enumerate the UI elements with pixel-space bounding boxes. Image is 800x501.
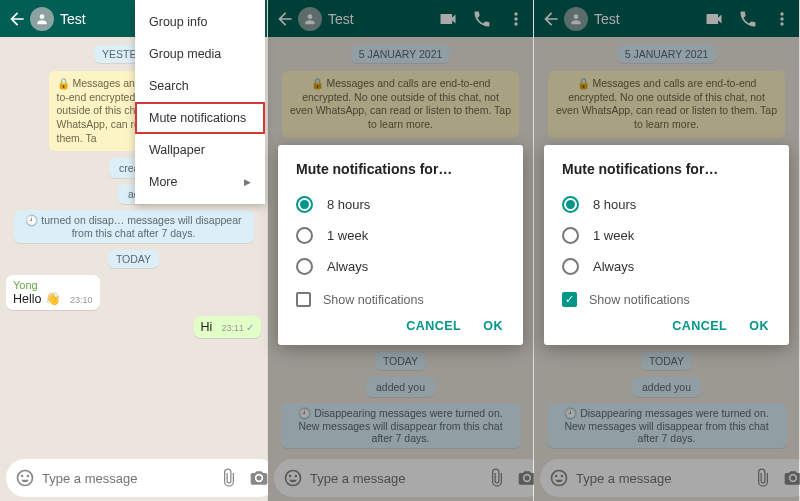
radio-1week[interactable]: 1 week (562, 220, 771, 251)
cancel-button[interactable]: CANCEL (406, 319, 461, 333)
radio-icon (296, 227, 313, 244)
system-disappearing: 🕘 turned on disap… messages will disappe… (14, 210, 254, 243)
attach-icon[interactable] (218, 467, 240, 489)
menu-group-media[interactable]: Group media (135, 38, 265, 70)
mute-dialog: Mute notifications for… 8 hours 1 week A… (544, 145, 789, 345)
message-input-container[interactable] (6, 459, 278, 497)
message-body: Hi (201, 320, 213, 334)
input-bar (0, 455, 267, 501)
radio-icon (562, 258, 579, 275)
date-divider-today: TODAY (108, 250, 159, 268)
emoji-icon[interactable] (14, 467, 36, 489)
menu-more[interactable]: More▶ (135, 166, 265, 198)
camera-icon[interactable] (248, 467, 270, 489)
show-notifications-toggle[interactable]: ✓Show notifications (562, 282, 771, 313)
radio-8hours[interactable]: 8 hours (296, 189, 505, 220)
radio-icon (296, 196, 313, 213)
back-icon[interactable] (6, 8, 28, 30)
overflow-menu: Group info Group media Search Mute notif… (135, 0, 265, 204)
message-time: 23:10 (70, 295, 93, 305)
radio-icon (296, 258, 313, 275)
radio-always[interactable]: Always (296, 251, 505, 282)
menu-search[interactable]: Search (135, 70, 265, 102)
group-avatar[interactable] (30, 7, 54, 31)
outgoing-message[interactable]: Hi 23:11✓ (194, 316, 261, 338)
radio-8hours[interactable]: 8 hours (562, 189, 771, 220)
menu-wallpaper[interactable]: Wallpaper (135, 134, 265, 166)
ok-button[interactable]: OK (483, 319, 503, 333)
radio-icon (562, 196, 579, 213)
message-input[interactable] (42, 471, 210, 486)
checkbox-icon (296, 292, 311, 307)
dialog-title: Mute notifications for… (562, 161, 771, 177)
dialog-title: Mute notifications for… (296, 161, 505, 177)
message-sender: Yong (13, 279, 93, 291)
menu-group-info[interactable]: Group info (135, 6, 265, 38)
message-time: 23:11 (221, 323, 244, 333)
menu-mute-notifications[interactable]: Mute notifications (135, 102, 265, 134)
mute-dialog: Mute notifications for… 8 hours 1 week A… (278, 145, 523, 345)
radio-always[interactable]: Always (562, 251, 771, 282)
ok-button[interactable]: OK (749, 319, 769, 333)
show-notifications-toggle[interactable]: Show notifications (296, 282, 505, 313)
message-body: Hello 👋 (13, 292, 61, 306)
chevron-right-icon: ▶ (244, 177, 251, 187)
radio-1week[interactable]: 1 week (296, 220, 505, 251)
cancel-button[interactable]: CANCEL (672, 319, 727, 333)
radio-icon (562, 227, 579, 244)
checkbox-icon: ✓ (562, 292, 577, 307)
read-tick-icon: ✓ (246, 322, 254, 333)
incoming-message[interactable]: Yong Hello 👋 23:10 (6, 275, 100, 310)
